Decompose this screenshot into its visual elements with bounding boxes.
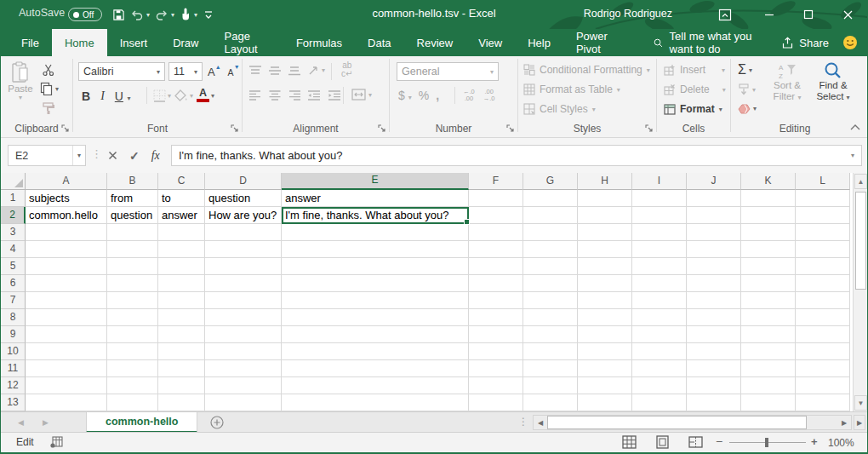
- cell-L6[interactable]: [796, 275, 850, 292]
- cell-H7[interactable]: [578, 292, 632, 309]
- cell-L12[interactable]: [796, 377, 850, 394]
- cell-G2[interactable]: [523, 207, 578, 224]
- cell-J5[interactable]: [687, 258, 741, 275]
- autosum-button[interactable]: Σ ▾: [738, 62, 752, 78]
- comma-button[interactable]: ,: [436, 89, 439, 102]
- cell-H1[interactable]: [578, 190, 632, 207]
- scroll-down-icon[interactable]: ▼: [854, 395, 867, 411]
- maximize-button[interactable]: [791, 0, 825, 29]
- column-header-B[interactable]: B: [107, 173, 158, 190]
- column-header-H[interactable]: H: [578, 173, 632, 190]
- cell-I8[interactable]: [632, 309, 687, 326]
- cell-C10[interactable]: [158, 343, 205, 360]
- enter-icon[interactable]: ✓: [129, 149, 140, 163]
- page-layout-view-icon[interactable]: [655, 435, 670, 449]
- sheet-tab-common-hello[interactable]: common-hello: [86, 412, 197, 433]
- row-header-11[interactable]: 11: [1, 360, 26, 377]
- currency-button[interactable]: $ ▾: [398, 89, 412, 102]
- cell-E1[interactable]: answer: [282, 190, 469, 207]
- cell-H4[interactable]: [578, 241, 632, 258]
- cell-B9[interactable]: [107, 326, 158, 343]
- align-top-icon[interactable]: [249, 66, 261, 76]
- row-header-8[interactable]: 8: [1, 309, 26, 326]
- vertical-scrollbar[interactable]: ▲ ▼: [853, 173, 867, 411]
- row-header-5[interactable]: 5: [1, 258, 26, 275]
- cell-E8[interactable]: [282, 309, 469, 326]
- cell-G13[interactable]: [523, 394, 578, 411]
- tell-me-box[interactable]: Tell me what you want to do: [648, 29, 775, 56]
- cell-B10[interactable]: [107, 343, 158, 360]
- cell-B3[interactable]: [107, 224, 158, 241]
- cell-E6[interactable]: [282, 275, 469, 292]
- column-header-C[interactable]: C: [158, 173, 205, 190]
- column-header-A[interactable]: A: [26, 173, 107, 190]
- page-break-preview-icon[interactable]: [688, 435, 703, 449]
- cell-I4[interactable]: [632, 241, 687, 258]
- cell-G11[interactable]: [523, 360, 578, 377]
- cell-L7[interactable]: [796, 292, 850, 309]
- cell-E13[interactable]: [282, 394, 469, 411]
- cell-G6[interactable]: [523, 275, 578, 292]
- cell-B2[interactable]: question: [107, 207, 158, 224]
- horizontal-scroll-thumb[interactable]: [547, 416, 807, 429]
- cell-B7[interactable]: [107, 292, 158, 309]
- row-header-12[interactable]: 12: [1, 377, 26, 394]
- wrap-text-button[interactable]: abc↵: [341, 61, 352, 78]
- cell-L4[interactable]: [796, 241, 850, 258]
- cell-H2[interactable]: [578, 207, 632, 224]
- cell-J10[interactable]: [687, 343, 741, 360]
- cell-E2[interactable]: I'm fine, thanks. What about you?: [282, 207, 469, 224]
- zoom-level[interactable]: 100%: [828, 437, 854, 449]
- share-button[interactable]: Share: [774, 29, 836, 56]
- cell-F11[interactable]: [469, 360, 523, 377]
- cell-F12[interactable]: [469, 377, 523, 394]
- cell-H13[interactable]: [578, 394, 632, 411]
- cell-C6[interactable]: [158, 275, 205, 292]
- shrink-font-button[interactable]: A▼: [228, 64, 240, 79]
- select-all-corner[interactable]: [1, 173, 26, 190]
- decrease-decimal-icon[interactable]: .00→.0: [483, 89, 495, 102]
- cell-J4[interactable]: [687, 241, 741, 258]
- cell-F4[interactable]: [469, 241, 523, 258]
- cell-K13[interactable]: [741, 394, 796, 411]
- cancel-icon[interactable]: [108, 151, 117, 160]
- cell-C5[interactable]: [158, 258, 205, 275]
- cell-K7[interactable]: [741, 292, 796, 309]
- cell-E5[interactable]: [282, 258, 469, 275]
- cell-E4[interactable]: [282, 241, 469, 258]
- cell-D12[interactable]: [205, 377, 282, 394]
- tab-data[interactable]: Data: [355, 29, 403, 56]
- cell-B8[interactable]: [107, 309, 158, 326]
- scroll-up-icon[interactable]: ▲: [854, 174, 867, 189]
- zoom-in-button[interactable]: +: [811, 435, 818, 448]
- zoom-slider[interactable]: [729, 442, 806, 443]
- clear-button[interactable]: ▾: [738, 103, 757, 114]
- cell-C9[interactable]: [158, 326, 205, 343]
- tab-draw[interactable]: Draw: [160, 29, 211, 56]
- cell-K2[interactable]: [741, 207, 796, 224]
- cell-G10[interactable]: [523, 343, 578, 360]
- cell-I3[interactable]: [632, 224, 687, 241]
- cell-G1[interactable]: [523, 190, 578, 207]
- cell-C3[interactable]: [158, 224, 205, 241]
- tab-strip-splitter[interactable]: ⋮: [518, 416, 528, 428]
- cell-F6[interactable]: [469, 275, 523, 292]
- insert-cells-button[interactable]: Insert ▾: [664, 64, 725, 76]
- insert-function-icon[interactable]: fx: [151, 149, 160, 163]
- cell-L9[interactable]: [796, 326, 850, 343]
- cell-H3[interactable]: [578, 224, 632, 241]
- align-bottom-icon[interactable]: [288, 66, 300, 76]
- row-header-10[interactable]: 10: [1, 343, 26, 360]
- increase-decimal-icon[interactable]: ←.0.00: [463, 89, 475, 102]
- cell-G7[interactable]: [523, 292, 578, 309]
- formula-bar-expand-icon[interactable]: ▾: [851, 152, 854, 159]
- cell-E9[interactable]: [282, 326, 469, 343]
- row-header-7[interactable]: 7: [1, 292, 26, 309]
- cell-D11[interactable]: [205, 360, 282, 377]
- cell-H11[interactable]: [578, 360, 632, 377]
- cell-H8[interactable]: [578, 309, 632, 326]
- font-dialog-launcher[interactable]: [231, 124, 239, 133]
- new-sheet-button[interactable]: [210, 416, 224, 429]
- cell-I7[interactable]: [632, 292, 687, 309]
- cell-K4[interactable]: [741, 241, 796, 258]
